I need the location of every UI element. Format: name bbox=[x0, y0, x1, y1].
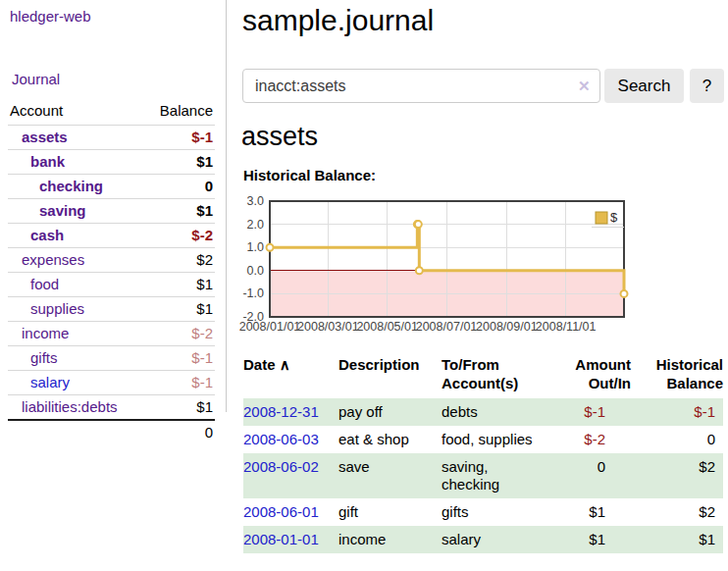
account-row: food$1 bbox=[8, 273, 215, 297]
x-axis-tick-label: 2008/01/01 bbox=[239, 320, 301, 334]
account-link[interactable]: income bbox=[22, 325, 69, 341]
description-cell: pay off bbox=[338, 398, 442, 426]
description-cell: eat & shop bbox=[338, 426, 442, 453]
register-col-date[interactable]: Date ∧ bbox=[243, 353, 338, 398]
account-balance: $1 bbox=[144, 395, 215, 421]
page-title: sample.journal bbox=[242, 2, 434, 39]
account-name-cell: income bbox=[8, 322, 144, 346]
tofrom-accounts-cell: gifts bbox=[442, 498, 570, 526]
tofrom-accounts-cell: food, supplies bbox=[442, 426, 570, 453]
account-balance: $1 bbox=[144, 297, 215, 322]
date-cell: 2008-01-01 bbox=[243, 526, 338, 553]
tofrom-accounts-cell: debts bbox=[442, 398, 570, 426]
help-button[interactable]: ? bbox=[690, 69, 724, 103]
account-balance: $2 bbox=[144, 248, 215, 273]
description-cell: save bbox=[338, 453, 442, 498]
amount-cell: 0 bbox=[570, 453, 652, 498]
y-axis-tick-label: 0.0 bbox=[247, 264, 264, 278]
x-axis-tick-label: 2008/09/01 bbox=[476, 320, 538, 334]
account-name-cell: bank bbox=[8, 150, 144, 175]
x-axis-tick-label: 2008/11/01 bbox=[536, 320, 597, 334]
account-row: cash$-2 bbox=[8, 224, 215, 248]
account-heading: assets bbox=[241, 122, 318, 152]
account-link[interactable]: assets bbox=[22, 129, 68, 145]
account-link[interactable]: salary bbox=[30, 374, 70, 390]
balance-cell: $1 bbox=[652, 526, 723, 553]
account-link[interactable]: expenses bbox=[22, 251, 84, 268]
app-brand-link[interactable]: hledger-web bbox=[10, 8, 91, 25]
amount-cell: $-2 bbox=[570, 426, 652, 453]
x-axis-tick-label: 2008/05/01 bbox=[356, 320, 418, 334]
date-header-label[interactable]: Date bbox=[243, 356, 276, 373]
account-row: bank$1 bbox=[8, 150, 215, 175]
account-link[interactable]: bank bbox=[30, 153, 65, 170]
transaction-date-link[interactable]: 2008-06-02 bbox=[243, 458, 319, 475]
sidebar-item-journal[interactable]: Journal bbox=[12, 71, 60, 87]
register-row: 2008-06-02savesaving,checking0$2 bbox=[243, 453, 723, 498]
register-row: 2008-01-01incomesalary$1$1 bbox=[243, 526, 723, 553]
register-col-tofrom: To/FromAccount(s) bbox=[442, 353, 570, 398]
balance-cell: $-1 bbox=[652, 398, 723, 426]
account-balance: $-2 bbox=[144, 322, 215, 346]
data-point-marker bbox=[267, 244, 274, 251]
account-link[interactable]: gifts bbox=[30, 349, 58, 366]
search-input[interactable] bbox=[242, 69, 600, 103]
account-name-cell: saving bbox=[8, 199, 144, 224]
sort-ascending-icon[interactable]: ∧ bbox=[280, 356, 290, 373]
account-name-cell: supplies bbox=[8, 297, 144, 322]
account-row: gifts$-1 bbox=[8, 346, 215, 371]
amount-cell: $-1 bbox=[570, 398, 652, 426]
account-row: salary$-1 bbox=[8, 371, 215, 395]
register-row: 2008-06-03eat & shopfood, supplies$-20 bbox=[243, 426, 723, 453]
accounts-header-row: Account Balance bbox=[8, 98, 215, 126]
tofrom-accounts-cell: saving,checking bbox=[442, 453, 570, 498]
account-link[interactable]: saving bbox=[39, 202, 86, 219]
account-row: checking0 bbox=[8, 175, 215, 199]
account-name-cell: cash bbox=[8, 224, 144, 248]
balance-cell: 0 bbox=[652, 426, 723, 453]
accounts-col-account: Account bbox=[8, 98, 144, 126]
account-balance: 0 bbox=[144, 175, 215, 199]
account-link[interactable]: cash bbox=[30, 227, 64, 243]
register-table: Date ∧ Description To/FromAccount(s) Amo… bbox=[243, 353, 723, 553]
account-row: liabilities:debts$1 bbox=[8, 395, 215, 421]
y-axis-tick-label: 1.0 bbox=[247, 240, 264, 254]
account-name-cell: gifts bbox=[8, 346, 144, 371]
accounts-total-row: 0 bbox=[8, 420, 215, 444]
accounts-table: Account Balance assets$-1bank$1checking0… bbox=[8, 98, 215, 444]
data-point-marker bbox=[621, 290, 628, 297]
account-row: saving$1 bbox=[8, 199, 215, 224]
historical-balance-chart: $3.02.01.00.0-1.0-2.02008/01/012008/03/0… bbox=[238, 196, 631, 336]
accounts-total-spacer bbox=[8, 420, 144, 444]
balance-cell: $2 bbox=[652, 453, 723, 498]
account-row: income$-2 bbox=[8, 322, 215, 346]
account-row: supplies$1 bbox=[8, 297, 215, 322]
clear-search-icon[interactable]: ✕ bbox=[578, 78, 591, 95]
description-cell: gift bbox=[338, 498, 442, 526]
date-cell: 2008-12-31 bbox=[243, 398, 338, 426]
description-cell: income bbox=[338, 526, 442, 553]
account-link[interactable]: supplies bbox=[30, 300, 84, 317]
date-cell: 2008-06-03 bbox=[243, 426, 338, 453]
account-link[interactable]: liabilities:debts bbox=[22, 398, 118, 415]
account-balance: $1 bbox=[144, 199, 215, 224]
date-cell: 2008-06-02 bbox=[243, 453, 338, 498]
account-link[interactable]: food bbox=[30, 276, 59, 292]
account-name-cell: liabilities:debts bbox=[8, 395, 144, 421]
transaction-date-link[interactable]: 2008-01-01 bbox=[243, 531, 319, 547]
transaction-date-link[interactable]: 2008-06-01 bbox=[243, 503, 319, 520]
account-link[interactable]: checking bbox=[39, 178, 103, 194]
date-cell: 2008-06-01 bbox=[243, 498, 338, 526]
transaction-date-link[interactable]: 2008-12-31 bbox=[243, 403, 319, 420]
accounts-col-balance: Balance bbox=[144, 98, 215, 126]
amount-cell: $1 bbox=[570, 498, 652, 526]
search-button[interactable]: Search bbox=[604, 69, 684, 103]
account-balance: $-1 bbox=[144, 371, 215, 395]
account-row: assets$-1 bbox=[8, 126, 215, 150]
account-name-cell: expenses bbox=[8, 248, 144, 273]
register-col-amount: AmountOut/In bbox=[570, 353, 652, 398]
legend-swatch bbox=[596, 212, 607, 224]
balance-cell: $2 bbox=[652, 498, 723, 526]
transaction-date-link[interactable]: 2008-06-03 bbox=[243, 431, 319, 447]
account-balance: $1 bbox=[144, 273, 215, 297]
